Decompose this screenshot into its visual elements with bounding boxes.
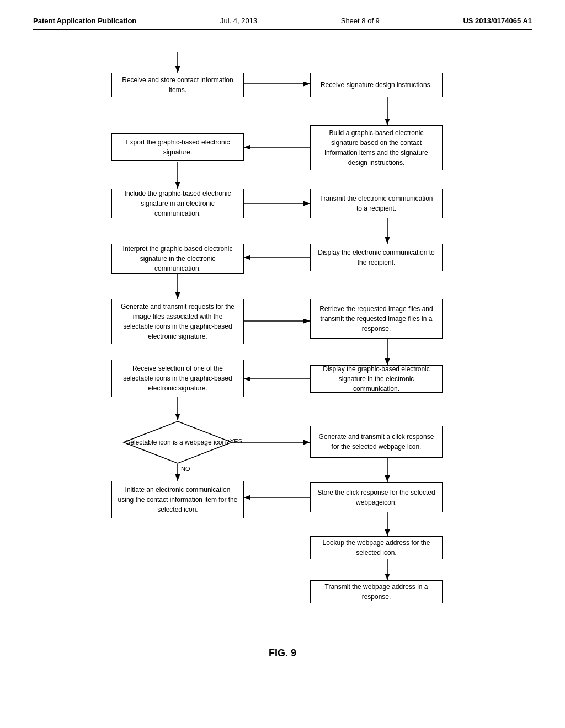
- box-store-click-response: Store the click response for the selecte…: [310, 482, 443, 512]
- box-gen-transmit-requests: Generate and transmit requests for the i…: [111, 299, 244, 344]
- box-initiate-comm: Initiate an electronic communication usi…: [111, 481, 244, 518]
- box-receive-selection: Receive selection of one of the selectab…: [111, 360, 244, 397]
- figure-label: FIG. 9: [33, 647, 532, 659]
- diamond-webpage-icon: Selectable icon is a webpage icon?: [122, 420, 233, 464]
- box-receive-store: Receive and store contact information it…: [111, 73, 244, 97]
- flow-diagram: Receive and store contact information it…: [73, 52, 492, 631]
- box-receive-sig-design: Receive signature design instructions.: [310, 73, 443, 97]
- header-patent: US 2013/0174065 A1: [463, 17, 532, 25]
- box-display-sig: Display the graphic-based electronic sig…: [310, 365, 443, 393]
- label-yes: YES: [230, 438, 242, 445]
- box-transmit-comm: Transmit the electronic communication to…: [310, 189, 443, 218]
- box-build-sig: Build a graphic-based electronic signatu…: [310, 125, 443, 170]
- header-publication: Patent Application Publication: [33, 17, 136, 25]
- box-retrieve-image-files: Retrieve the requested image files and t…: [310, 299, 443, 339]
- header-sheet: Sheet 8 of 9: [341, 17, 380, 25]
- box-display-comm: Display the electronic communication to …: [310, 244, 443, 271]
- box-transmit-webpage: Transmit the webpage address in a respon…: [310, 580, 443, 603]
- box-interpret-sig: Interpret the graphic-based electronic s…: [111, 244, 244, 274]
- box-gen-click-response: Generate and transmit a click response f…: [310, 426, 443, 458]
- box-export-sig: Export the graphic-based electronic sign…: [111, 133, 244, 161]
- label-no: NO: [181, 465, 190, 472]
- header-date: Jul. 4, 2013: [220, 17, 257, 25]
- page-header: Patent Application Publication Jul. 4, 2…: [33, 17, 532, 30]
- page: Patent Application Publication Jul. 4, 2…: [0, 0, 565, 728]
- box-lookup-webpage: Lookup the webpage address for the selec…: [310, 536, 443, 559]
- box-include-sig: Include the graphic-based electronic sig…: [111, 189, 244, 218]
